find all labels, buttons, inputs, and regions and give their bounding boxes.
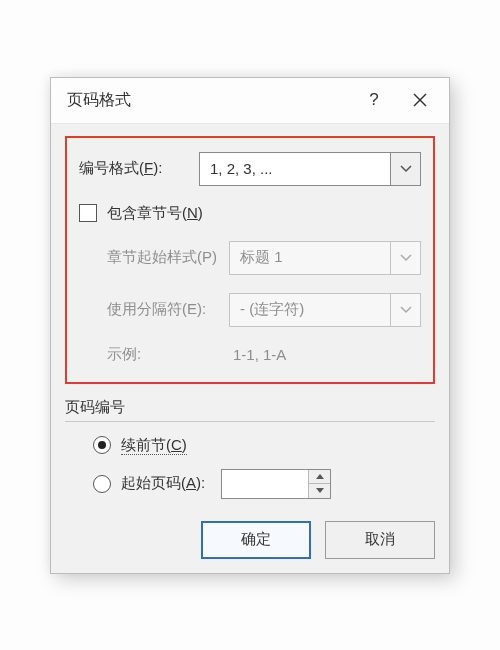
- start-at-spinner[interactable]: [221, 469, 331, 499]
- example-value: 1-1, 1-A: [229, 346, 286, 363]
- include-chapter-checkbox[interactable]: [79, 204, 97, 222]
- page-numbering-title: 页码编号: [65, 398, 435, 417]
- chevron-down-icon: [390, 242, 420, 274]
- spinner-down-button[interactable]: [309, 484, 330, 498]
- dialog-title: 页码格式: [67, 90, 351, 111]
- include-chapter-label: 包含章节号(N): [107, 204, 203, 223]
- titlebar: 页码格式 ?: [51, 78, 449, 124]
- start-at-row: 起始页码(A):: [65, 469, 435, 499]
- chapter-start-select[interactable]: 标题 1: [229, 241, 421, 275]
- close-icon: [413, 93, 427, 107]
- chapter-start-value: 标题 1: [240, 248, 283, 267]
- page-number-format-dialog: 页码格式 ? 编号格式(F): 1, 2, 3, ...: [50, 77, 450, 574]
- highlight-box: 编号格式(F): 1, 2, 3, ... 包含章节号(N) 章节起始样式(P): [65, 136, 435, 384]
- separator-select[interactable]: - (连字符): [229, 293, 421, 327]
- chevron-down-icon: [390, 153, 420, 185]
- start-at-label: 起始页码(A):: [121, 474, 205, 493]
- triangle-down-icon: [316, 488, 324, 493]
- number-format-row: 编号格式(F): 1, 2, 3, ...: [79, 152, 421, 186]
- help-button[interactable]: ?: [351, 77, 397, 123]
- start-at-value: [222, 470, 308, 498]
- continue-previous-radio[interactable]: [93, 436, 111, 454]
- number-format-label: 编号格式(F):: [79, 159, 199, 178]
- triangle-up-icon: [316, 474, 324, 479]
- close-button[interactable]: [397, 77, 443, 123]
- dialog-buttons: 确定 取消: [65, 521, 435, 559]
- separator-row: 使用分隔符(E): - (连字符): [79, 293, 421, 327]
- number-format-select[interactable]: 1, 2, 3, ...: [199, 152, 421, 186]
- continue-previous-label: 续前节(C): [121, 436, 187, 455]
- spinner-up-button[interactable]: [309, 470, 330, 485]
- separator-value: - (连字符): [240, 300, 304, 319]
- start-at-radio[interactable]: [93, 475, 111, 493]
- ok-button[interactable]: 确定: [201, 521, 311, 559]
- chapter-start-row: 章节起始样式(P) 标题 1: [79, 241, 421, 275]
- example-label: 示例:: [79, 345, 229, 364]
- divider: [65, 421, 435, 422]
- separator-label: 使用分隔符(E):: [79, 300, 229, 319]
- number-format-value: 1, 2, 3, ...: [210, 160, 273, 177]
- cancel-button[interactable]: 取消: [325, 521, 435, 559]
- chapter-start-label: 章节起始样式(P): [79, 248, 229, 267]
- dialog-content: 编号格式(F): 1, 2, 3, ... 包含章节号(N) 章节起始样式(P): [51, 124, 449, 573]
- chevron-down-icon: [390, 294, 420, 326]
- continue-previous-row: 续前节(C): [65, 436, 435, 455]
- include-chapter-row: 包含章节号(N): [79, 204, 421, 223]
- example-row: 示例: 1-1, 1-A: [79, 345, 421, 364]
